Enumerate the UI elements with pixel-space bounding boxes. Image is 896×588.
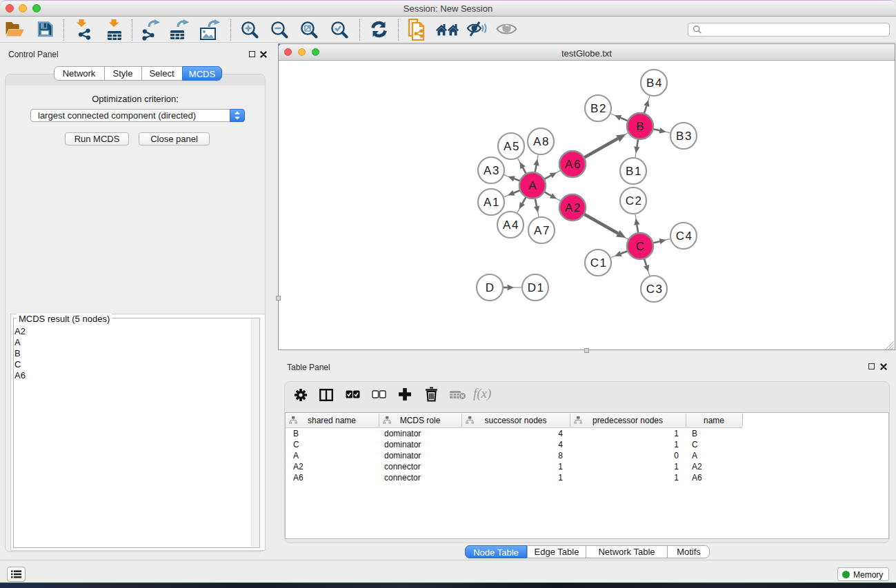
svg-text:C1: C1 <box>590 256 608 270</box>
svg-text:B4: B4 <box>646 77 663 90</box>
svg-text:A3: A3 <box>484 164 500 177</box>
svg-text:A6: A6 <box>565 158 581 171</box>
svg-text:D: D <box>486 281 494 294</box>
svg-text:A7: A7 <box>534 224 550 237</box>
svg-text:A5: A5 <box>504 140 520 153</box>
svg-text:A4: A4 <box>503 219 519 232</box>
svg-text:B3: B3 <box>676 130 693 143</box>
svg-text:A: A <box>528 179 537 192</box>
svg-text:C4: C4 <box>676 230 693 243</box>
svg-text:B: B <box>636 120 644 133</box>
svg-text:A8: A8 <box>533 135 550 148</box>
svg-text:B2: B2 <box>590 102 607 115</box>
svg-text:A1: A1 <box>484 196 500 209</box>
svg-text:D1: D1 <box>528 281 545 294</box>
svg-text:B1: B1 <box>626 165 642 178</box>
svg-text:C: C <box>636 240 644 253</box>
svg-text:C2: C2 <box>626 194 643 207</box>
svg-text:A2: A2 <box>565 201 581 214</box>
svg-text:C3: C3 <box>646 283 664 296</box>
